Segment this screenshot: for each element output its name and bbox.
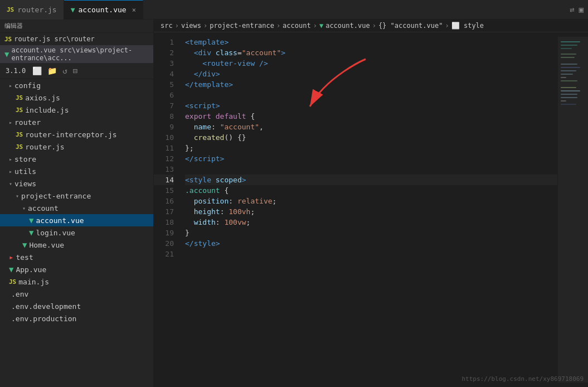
collapse-button[interactable]: ⊟: [72, 65, 79, 76]
js-file-icon: JS: [4, 36, 12, 43]
open-file-router[interactable]: JS router.js src\router: [0, 33, 153, 45]
svg-rect-16: [561, 100, 566, 101]
tree-item-store[interactable]: ▸ store: [0, 153, 153, 165]
js-icon: JS: [16, 131, 23, 138]
svg-rect-4: [561, 54, 576, 55]
tree-item-axios-label: axios.js: [25, 94, 60, 102]
svg-rect-17: [561, 104, 576, 105]
tree-item-account-vue[interactable]: ▼ account.vue: [0, 214, 153, 226]
svg-rect-11: [561, 80, 577, 81]
tree-item-env-label: .env: [11, 290, 28, 298]
code-line-8: export default {: [185, 111, 557, 122]
breadcrumb-obj[interactable]: {} "account.vue": [378, 22, 443, 30]
tree-item-views[interactable]: ▾ views: [0, 177, 153, 190]
code-line-3: <router-view />: [185, 58, 557, 69]
svg-rect-10: [561, 77, 566, 78]
tree-item-config-label: config: [14, 81, 41, 90]
tree-item-account-folder[interactable]: ▾ account: [0, 202, 153, 214]
code-line-14: <style scoped>: [185, 175, 557, 185]
layout-icon[interactable]: ▣: [579, 5, 584, 14]
vue-file-icon: ▼: [29, 216, 33, 225]
minimap: [557, 37, 588, 383]
code-line-11: };: [185, 143, 557, 153]
chevron-icon: ▸: [9, 119, 12, 125]
code-line-9: name: "account",: [185, 122, 557, 132]
js-icon: JS: [16, 107, 23, 114]
tree-item-test-label: test: [16, 253, 33, 262]
tree-item-utils-label: utils: [14, 167, 36, 176]
split-editor-icon[interactable]: ⇄: [570, 5, 574, 14]
tree-item-router-js-label: router.js: [25, 143, 64, 151]
vue-file-icon: ▼: [29, 228, 33, 237]
code-line-20: </style>: [185, 238, 557, 249]
sidebar-toolbar: 3.1.0 ⬜ 📁 ↺ ⊟: [0, 63, 153, 79]
tree-item-project-entrance[interactable]: ▾ project-entrance: [0, 190, 153, 202]
js-icon: JS: [16, 143, 23, 151]
tree-item-axios[interactable]: JS axios.js: [0, 91, 153, 104]
tree-item-login-vue-label: login.vue: [36, 229, 75, 237]
breadcrumb-account[interactable]: account: [283, 22, 311, 30]
breadcrumb-project-entrance[interactable]: project-entrance: [210, 22, 274, 30]
tree-item-env-dev[interactable]: .env.development: [0, 300, 153, 312]
tree-item-config[interactable]: ▸ config: [0, 79, 153, 91]
new-folder-button[interactable]: 📁: [46, 65, 58, 76]
code-editor[interactable]: 1 2 3 4 5 6 7 8 9 10 11 12 13 14 15 16 1…: [154, 32, 588, 387]
tree-item-env[interactable]: .env: [0, 288, 153, 300]
code-line-18: width: 100vw;: [185, 217, 557, 228]
code-line-13: [185, 164, 557, 175]
svg-rect-5: [561, 57, 575, 58]
tree-item-router-folder-label: router: [14, 118, 41, 127]
tree-item-env-dev-label: .env.development: [11, 302, 81, 311]
new-file-button[interactable]: ⬜: [31, 65, 43, 76]
tree-item-home-vue[interactable]: ▼ Home.vue: [0, 239, 153, 251]
tree-item-router-interceptor-label: router-interceptor.js: [25, 130, 116, 139]
tree-item-env-prod-label: .env.production: [11, 315, 76, 323]
tree-item-home-vue-label: Home.vue: [29, 241, 64, 249]
version-label: 3.1.0: [3, 66, 28, 76]
chevron-icon: ▾: [9, 181, 12, 187]
tree-item-env-prod[interactable]: .env.production: [0, 312, 153, 325]
vue-file-icon: ▼: [9, 265, 13, 274]
refresh-button[interactable]: ↺: [61, 65, 68, 76]
tab-router[interactable]: JS router.js: [0, 0, 64, 20]
open-file-account[interactable]: ▼ account.vue src\views\project-entrance…: [0, 45, 153, 63]
main-layout: 编辑器 JS router.js src\router ▼ account.vu…: [0, 20, 588, 387]
js-icon: JS: [9, 278, 16, 286]
breadcrumb-account-vue[interactable]: account.vue: [325, 22, 370, 30]
open-file-router-label: router.js src\router: [14, 35, 95, 43]
breadcrumb-src[interactable]: src: [161, 22, 173, 30]
tree-item-login-vue[interactable]: ▼ login.vue: [0, 226, 153, 239]
tree-item-router-folder[interactable]: ▸ router: [0, 116, 153, 128]
tree-item-main-js[interactable]: JS main.js: [0, 275, 153, 288]
breadcrumb-style[interactable]: ⬜ style: [451, 22, 484, 30]
tree-item-project-entrance-label: project-entrance: [21, 192, 91, 200]
tree-item-router-interceptor[interactable]: JS router-interceptor.js: [0, 128, 153, 141]
tab-close-button[interactable]: ×: [132, 6, 136, 14]
code-line-7: <script>: [185, 100, 557, 111]
tab-account[interactable]: ▼ account.vue ×: [64, 0, 143, 20]
tree-item-test[interactable]: ▸ test: [0, 251, 153, 263]
chevron-icon: ▾: [16, 193, 19, 199]
svg-rect-7: [561, 67, 580, 68]
sidebar-header: 编辑器: [0, 20, 153, 33]
tree-item-include[interactable]: JS include.js: [0, 104, 153, 116]
tree-item-router-js[interactable]: JS router.js: [0, 141, 153, 153]
code-line-1: <template>: [185, 37, 557, 47]
code-line-2: <div class="account">: [185, 47, 557, 58]
svg-rect-14: [561, 94, 577, 95]
tree-item-main-js-label: main.js: [18, 278, 49, 286]
code-line-21: [185, 249, 557, 259]
tab-actions: ⇄ ▣: [570, 5, 588, 14]
tree-item-app-vue[interactable]: ▼ App.vue: [0, 263, 153, 275]
code-line-12: </script>: [185, 153, 557, 164]
svg-rect-13: [561, 90, 580, 91]
tree-item-account-vue-label: account.vue: [36, 216, 84, 225]
svg-rect-3: [561, 48, 572, 49]
svg-rect-2: [561, 45, 577, 46]
breadcrumb-views[interactable]: views: [181, 22, 201, 30]
vue-file-icon: ▼: [4, 50, 9, 59]
breadcrumb: src › views › project-entrance › account…: [154, 20, 588, 32]
code-line-10: created() {}: [185, 132, 557, 143]
tree-item-utils[interactable]: ▸ utils: [0, 165, 153, 177]
tab-router-label: router.js: [17, 6, 56, 14]
